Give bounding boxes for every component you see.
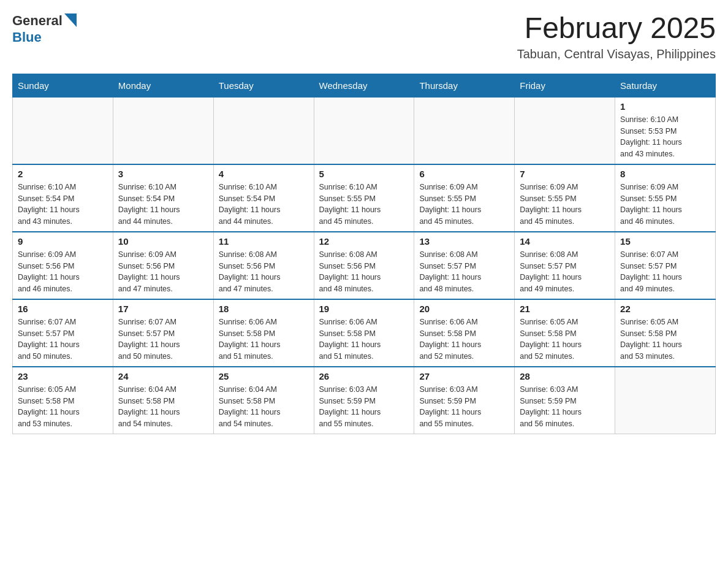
calendar-day-cell: 22Sunrise: 6:05 AMSunset: 5:58 PMDayligh…: [615, 299, 716, 367]
day-info: Sunrise: 6:07 AMSunset: 5:57 PMDaylight:…: [620, 249, 710, 295]
day-info: Sunrise: 6:06 AMSunset: 5:58 PMDaylight:…: [219, 316, 309, 362]
day-number: 11: [219, 236, 309, 247]
calendar-day-cell: 17Sunrise: 6:07 AMSunset: 5:57 PMDayligh…: [113, 299, 213, 367]
day-info: Sunrise: 6:08 AMSunset: 5:57 PMDaylight:…: [419, 249, 509, 295]
day-info: Sunrise: 6:03 AMSunset: 5:59 PMDaylight:…: [520, 384, 610, 430]
day-number: 14: [520, 236, 610, 247]
day-number: 5: [319, 169, 409, 179]
day-info: Sunrise: 6:04 AMSunset: 5:58 PMDaylight:…: [219, 384, 309, 430]
calendar-day-cell: [314, 97, 414, 164]
calendar-day-cell: [13, 97, 113, 164]
day-number: 20: [419, 304, 509, 314]
page-title: February 2025: [517, 12, 716, 45]
day-number: 9: [18, 236, 108, 247]
day-number: 27: [419, 371, 509, 381]
calendar-day-cell: 2Sunrise: 6:10 AMSunset: 5:54 PMDaylight…: [13, 164, 113, 232]
day-info: Sunrise: 6:05 AMSunset: 5:58 PMDaylight:…: [18, 384, 108, 430]
day-info: Sunrise: 6:09 AMSunset: 5:55 PMDaylight:…: [620, 182, 710, 228]
day-number: 19: [319, 304, 409, 314]
day-info: Sunrise: 6:06 AMSunset: 5:58 PMDaylight:…: [319, 316, 409, 362]
day-number: 13: [419, 236, 509, 247]
page-header: General Blue February 2025 Tabuan, Centr…: [12, 12, 716, 61]
calendar-day-cell: 5Sunrise: 6:10 AMSunset: 5:55 PMDaylight…: [314, 164, 414, 232]
calendar-day-cell: 10Sunrise: 6:09 AMSunset: 5:56 PMDayligh…: [113, 232, 213, 299]
calendar-day-cell: 11Sunrise: 6:08 AMSunset: 5:56 PMDayligh…: [213, 232, 314, 299]
day-number: 6: [419, 169, 509, 179]
logo-general-text: General: [12, 13, 63, 29]
day-info: Sunrise: 6:05 AMSunset: 5:58 PMDaylight:…: [620, 316, 710, 362]
calendar-day-cell: 25Sunrise: 6:04 AMSunset: 5:58 PMDayligh…: [213, 367, 314, 434]
calendar-day-cell: 1Sunrise: 6:10 AMSunset: 5:53 PMDaylight…: [615, 97, 716, 164]
logo-container: General Blue: [12, 12, 77, 45]
day-number: 4: [219, 169, 309, 179]
day-info: Sunrise: 6:07 AMSunset: 5:57 PMDaylight:…: [18, 316, 108, 362]
day-info: Sunrise: 6:09 AMSunset: 5:56 PMDaylight:…: [118, 249, 208, 295]
day-info: Sunrise: 6:10 AMSunset: 5:54 PMDaylight:…: [118, 182, 208, 228]
calendar-header-row: SundayMondayTuesdayWednesdayThursdayFrid…: [13, 74, 716, 97]
day-info: Sunrise: 6:03 AMSunset: 5:59 PMDaylight:…: [319, 384, 409, 430]
day-info: Sunrise: 6:04 AMSunset: 5:58 PMDaylight:…: [118, 384, 208, 430]
day-number: 22: [620, 304, 710, 314]
day-info: Sunrise: 6:09 AMSunset: 5:55 PMDaylight:…: [419, 182, 509, 228]
weekday-header: Wednesday: [314, 74, 414, 97]
calendar-day-cell: 15Sunrise: 6:07 AMSunset: 5:57 PMDayligh…: [615, 232, 716, 299]
day-number: 21: [520, 304, 610, 314]
day-info: Sunrise: 6:08 AMSunset: 5:56 PMDaylight:…: [319, 249, 409, 295]
day-info: Sunrise: 6:06 AMSunset: 5:58 PMDaylight:…: [419, 316, 509, 362]
calendar-day-cell: 6Sunrise: 6:09 AMSunset: 5:55 PMDaylight…: [414, 164, 515, 232]
day-number: 17: [118, 304, 208, 314]
calendar-week-row: 16Sunrise: 6:07 AMSunset: 5:57 PMDayligh…: [13, 299, 716, 367]
weekday-header: Monday: [113, 74, 213, 97]
day-info: Sunrise: 6:10 AMSunset: 5:53 PMDaylight:…: [620, 114, 710, 160]
calendar-day-cell: 23Sunrise: 6:05 AMSunset: 5:58 PMDayligh…: [13, 367, 113, 434]
day-info: Sunrise: 6:05 AMSunset: 5:58 PMDaylight:…: [520, 316, 610, 362]
calendar-day-cell: 26Sunrise: 6:03 AMSunset: 5:59 PMDayligh…: [314, 367, 414, 434]
calendar-day-cell: 13Sunrise: 6:08 AMSunset: 5:57 PMDayligh…: [414, 232, 515, 299]
calendar-day-cell: 7Sunrise: 6:09 AMSunset: 5:55 PMDaylight…: [515, 164, 615, 232]
calendar-day-cell: 24Sunrise: 6:04 AMSunset: 5:58 PMDayligh…: [113, 367, 213, 434]
day-info: Sunrise: 6:10 AMSunset: 5:54 PMDaylight:…: [219, 182, 309, 228]
day-number: 23: [18, 371, 108, 381]
day-number: 7: [520, 169, 610, 179]
weekday-header: Friday: [515, 74, 615, 97]
day-info: Sunrise: 6:09 AMSunset: 5:56 PMDaylight:…: [18, 249, 108, 295]
calendar-day-cell: 14Sunrise: 6:08 AMSunset: 5:57 PMDayligh…: [515, 232, 615, 299]
page-subtitle: Tabuan, Central Visayas, Philippines: [517, 47, 716, 61]
calendar-day-cell: 27Sunrise: 6:03 AMSunset: 5:59 PMDayligh…: [414, 367, 515, 434]
day-info: Sunrise: 6:08 AMSunset: 5:56 PMDaylight:…: [219, 249, 309, 295]
day-info: Sunrise: 6:09 AMSunset: 5:55 PMDaylight:…: [520, 182, 610, 228]
calendar-week-row: 9Sunrise: 6:09 AMSunset: 5:56 PMDaylight…: [13, 232, 716, 299]
calendar-day-cell: [414, 97, 515, 164]
day-number: 2: [18, 169, 108, 179]
weekday-header: Sunday: [13, 74, 113, 97]
weekday-header: Thursday: [414, 74, 515, 97]
calendar-day-cell: 18Sunrise: 6:06 AMSunset: 5:58 PMDayligh…: [213, 299, 314, 367]
day-number: 28: [520, 371, 610, 381]
calendar-week-row: 23Sunrise: 6:05 AMSunset: 5:58 PMDayligh…: [13, 367, 716, 434]
weekday-header: Tuesday: [213, 74, 314, 97]
day-number: 18: [219, 304, 309, 314]
calendar-week-row: 1Sunrise: 6:10 AMSunset: 5:53 PMDaylight…: [13, 97, 716, 164]
day-number: 1: [620, 101, 710, 112]
day-number: 25: [219, 371, 309, 381]
svg-marker-0: [64, 13, 77, 27]
day-info: Sunrise: 6:10 AMSunset: 5:55 PMDaylight:…: [319, 182, 409, 228]
day-info: Sunrise: 6:03 AMSunset: 5:59 PMDaylight:…: [419, 384, 509, 430]
day-number: 15: [620, 236, 710, 247]
calendar-day-cell: 9Sunrise: 6:09 AMSunset: 5:56 PMDaylight…: [13, 232, 113, 299]
calendar-day-cell: 19Sunrise: 6:06 AMSunset: 5:58 PMDayligh…: [314, 299, 414, 367]
day-number: 3: [118, 169, 208, 179]
calendar-day-cell: [213, 97, 314, 164]
title-block: February 2025 Tabuan, Central Visayas, P…: [517, 12, 716, 61]
calendar-day-cell: [615, 367, 716, 434]
calendar-day-cell: 12Sunrise: 6:08 AMSunset: 5:56 PMDayligh…: [314, 232, 414, 299]
calendar-table: SundayMondayTuesdayWednesdayThursdayFrid…: [12, 74, 716, 434]
calendar-day-cell: [515, 97, 615, 164]
calendar-day-cell: 3Sunrise: 6:10 AMSunset: 5:54 PMDaylight…: [113, 164, 213, 232]
calendar-day-cell: [113, 97, 213, 164]
logo-blue-text: Blue: [12, 29, 42, 45]
day-number: 16: [18, 304, 108, 314]
calendar-day-cell: 16Sunrise: 6:07 AMSunset: 5:57 PMDayligh…: [13, 299, 113, 367]
day-number: 26: [319, 371, 409, 381]
calendar-day-cell: 8Sunrise: 6:09 AMSunset: 5:55 PMDaylight…: [615, 164, 716, 232]
